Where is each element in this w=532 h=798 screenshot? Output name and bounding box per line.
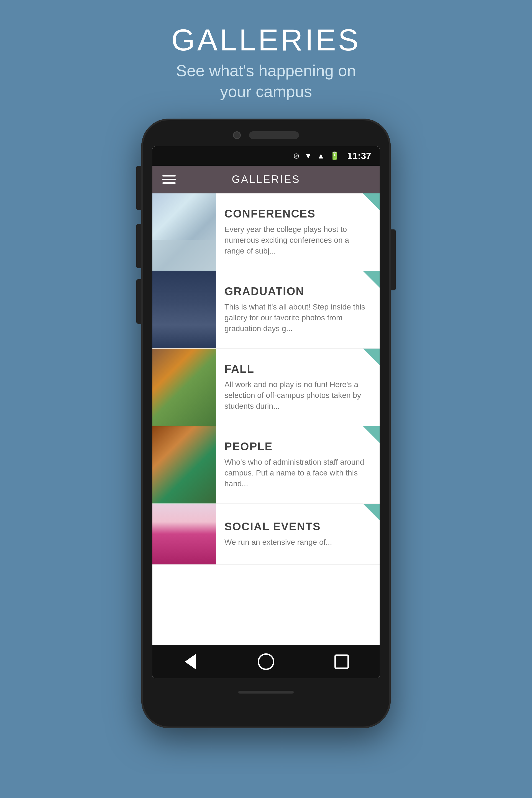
people-desc: Who's who of administration staff around… — [225, 457, 368, 489]
hamburger-line-2 — [163, 179, 176, 180]
hamburger-line-1 — [163, 175, 176, 176]
signal-icon: ▲ — [317, 152, 325, 160]
list-item[interactable]: PEOPLE Who's who of administration staff… — [152, 426, 380, 504]
conferences-content: CONFERENCES Every year the college plays… — [216, 193, 380, 271]
fall-image — [152, 348, 216, 426]
status-bar: ⊘ ▼ ▲ 🔋 11:37 — [152, 146, 380, 166]
screen: ⊘ ▼ ▲ 🔋 11:37 GALLERIES CONFERENC — [152, 146, 380, 678]
people-title: PEOPLE — [225, 440, 368, 453]
social-content: SOCIAL EVENTS We run an extensive range … — [216, 504, 380, 565]
page-title: GALLERIES — [171, 22, 360, 57]
status-time: 11:37 — [347, 150, 371, 161]
graduation-desc: This is what it's all about! Step inside… — [225, 302, 368, 334]
phone-top-area — [141, 119, 391, 146]
wifi-icon: ▼ — [305, 152, 312, 160]
list-item[interactable]: SOCIAL EVENTS We run an extensive range … — [152, 504, 380, 565]
social-image — [152, 504, 216, 565]
battery-icon: 🔋 — [330, 151, 339, 160]
page-subtitle: See what's happening onyour campus — [171, 60, 360, 102]
graduation-content: GRADUATION This is what it's all about! … — [216, 271, 380, 348]
people-content: PEOPLE Who's who of administration staff… — [216, 426, 380, 504]
list-item[interactable]: GRADUATION This is what it's all about! … — [152, 271, 380, 348]
graduation-image — [152, 271, 216, 348]
fall-bookmark — [363, 348, 380, 365]
list-item[interactable]: FALL All work and no play is no fun! Her… — [152, 348, 380, 426]
app-bar-title: GALLERIES — [187, 173, 345, 185]
back-icon — [185, 654, 196, 669]
conferences-title: CONFERENCES — [225, 208, 368, 220]
bottom-nav — [152, 645, 380, 678]
fall-desc: All work and no play is no fun! Here's a… — [225, 379, 368, 412]
phone-speaker — [249, 131, 299, 139]
conferences-bookmark — [363, 193, 380, 210]
conferences-desc: Every year the college plays host to num… — [225, 224, 368, 256]
list-item[interactable]: CONFERENCES Every year the college plays… — [152, 193, 380, 271]
app-bar: GALLERIES — [152, 166, 380, 193]
social-title: SOCIAL EVENTS — [225, 520, 368, 533]
hamburger-menu[interactable] — [163, 175, 176, 184]
no-sim-icon: ⊘ — [293, 151, 300, 160]
home-icon — [258, 653, 274, 670]
graduation-bookmark — [363, 271, 380, 288]
phone-shell: ⊘ ▼ ▲ 🔋 11:37 GALLERIES CONFERENC — [141, 119, 391, 728]
social-bookmark — [363, 504, 380, 520]
social-desc: We run an extensive range of... — [225, 537, 368, 548]
phone-camera — [233, 131, 241, 139]
people-bookmark — [363, 426, 380, 443]
gallery-list: CONFERENCES Every year the college plays… — [152, 193, 380, 645]
fall-content: FALL All work and no play is no fun! Her… — [216, 348, 380, 426]
nav-back-button[interactable] — [180, 652, 200, 671]
hamburger-line-3 — [163, 182, 176, 184]
recent-icon — [335, 654, 349, 669]
fall-title: FALL — [225, 363, 368, 375]
conferences-image — [152, 193, 216, 271]
people-image — [152, 426, 216, 504]
phone-bottom-bar — [238, 691, 294, 694]
page-header: GALLERIES See what's happening onyour ca… — [171, 22, 360, 102]
phone-bottom-area — [141, 678, 391, 706]
nav-home-button[interactable] — [256, 652, 276, 671]
graduation-title: GRADUATION — [225, 285, 368, 298]
nav-recent-button[interactable] — [332, 652, 352, 671]
